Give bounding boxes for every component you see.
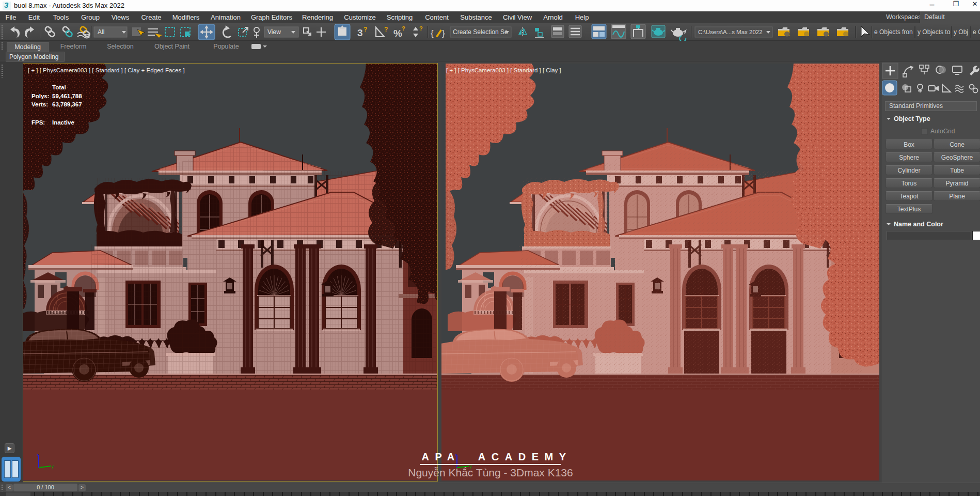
svg-text:{: { <box>431 28 434 38</box>
svg-text:View: View <box>267 28 281 36</box>
svg-text:3: 3 <box>357 27 363 38</box>
svg-text:?: ? <box>419 25 423 32</box>
svg-text:}: } <box>442 28 445 38</box>
svg-text:z: z <box>37 453 39 457</box>
svg-text:%: % <box>393 28 402 39</box>
svg-text:?: ? <box>384 26 388 33</box>
svg-text:y Obj: y Obj <box>954 28 968 36</box>
svg-text:C:\Users\A...s Max 2022: C:\Users\A...s Max 2022 <box>698 29 763 35</box>
svg-text:?: ? <box>402 25 405 32</box>
svg-text:Create Selection Se: Create Selection Se <box>453 28 508 36</box>
svg-text:y Objects to: y Objects to <box>918 28 951 36</box>
svg-text:e O: e O <box>973 28 980 36</box>
svg-text:All: All <box>98 28 104 36</box>
svg-text:y: y <box>52 464 54 469</box>
svg-text:?: ? <box>363 26 367 33</box>
svg-text:e Objects fron: e Objects fron <box>874 28 913 36</box>
